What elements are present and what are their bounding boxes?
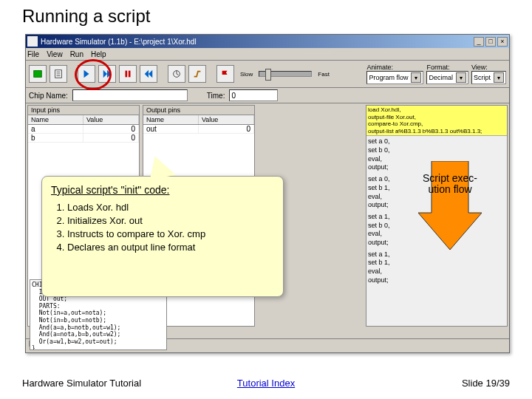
speed-fast-label: Fast (318, 71, 330, 78)
chip-name-label: Chip Name: (29, 92, 68, 100)
flow-arrow: Script exec- ution flow (418, 161, 482, 250)
tick-tock-button[interactable] (188, 65, 206, 83)
view-label: View: (471, 64, 506, 71)
callout-tail (146, 153, 177, 180)
time-input[interactable] (229, 89, 278, 101)
animate-combo[interactable]: Program flow▾ (366, 71, 423, 84)
table-row[interactable]: a0 (28, 125, 139, 134)
breakpoint-button[interactable] (216, 65, 234, 83)
col-name: Name (28, 115, 83, 124)
menu-run[interactable]: Run (70, 50, 83, 58)
callout-title: Typical script's "init" code: (51, 184, 274, 196)
col-value: Value (199, 115, 254, 124)
load-script-button[interactable] (50, 65, 67, 83)
format-combo[interactable]: Decimal▾ (426, 71, 468, 84)
slide-title: Running a script (22, 6, 150, 27)
svg-rect-3 (129, 71, 131, 78)
eval-button[interactable] (168, 65, 185, 83)
chevron-down-icon: ▾ (456, 72, 466, 83)
close-button[interactable]: × (497, 37, 508, 47)
callout-item: Instructs to compare to Xor. cmp (67, 228, 274, 239)
table-row[interactable]: b0 (28, 134, 139, 143)
output-pins-title: Output pins (143, 106, 254, 115)
footer-right: Slide 19/39 (462, 378, 510, 389)
animate-label: Animate: (366, 64, 423, 71)
script-block: set a 1, set b 1, eval, output; (368, 250, 505, 285)
chevron-down-icon: ▾ (411, 72, 421, 83)
input-pins-title: Input pins (28, 106, 139, 115)
chevron-down-icon: ▾ (494, 72, 504, 83)
script-header: load Xor.hdl, output-file Xor.out, compa… (366, 106, 507, 136)
callout-item: Initializes Xor. out (67, 215, 274, 226)
flow-arrow-text: Script exec- ution flow (418, 173, 482, 196)
callout-item: Loads Xor. hdl (67, 202, 274, 213)
pause-button[interactable] (119, 65, 137, 83)
menu-view[interactable]: View (47, 50, 63, 58)
load-chip-button[interactable] (29, 65, 47, 83)
time-label: Time: (207, 92, 225, 100)
callout-item: Declares an output line format (67, 242, 274, 253)
chip-bar: Chip Name: Time: (26, 88, 509, 103)
tutorial-index-link[interactable]: Tutorial Index (237, 378, 295, 389)
speed-slow-label: Slow (240, 71, 253, 78)
col-value: Value (83, 115, 139, 124)
highlight-circle (75, 59, 112, 90)
titlebar: Hardware Simulator (1.1b) - E:\project 1… (26, 35, 509, 48)
maximize-button[interactable]: □ (485, 37, 496, 47)
format-label: Format: (426, 64, 468, 71)
menubar: File View Run Help (26, 48, 509, 61)
speed-slider[interactable] (259, 71, 312, 77)
toolbar: Slow Fast Animate: Program flow▾ Format:… (26, 61, 509, 88)
chip-name-input[interactable] (72, 89, 188, 101)
svg-rect-2 (126, 71, 128, 78)
window-title: Hardware Simulator (1.1b) - E:\project 1… (41, 38, 197, 46)
svg-rect-0 (34, 71, 42, 78)
callout-box: Typical script's "init" code: Loads Xor.… (41, 176, 284, 297)
view-combo[interactable]: Script▾ (471, 71, 506, 84)
menu-file[interactable]: File (27, 50, 39, 58)
minimize-button[interactable]: _ (474, 37, 484, 47)
rewind-button[interactable] (140, 65, 157, 83)
menu-help[interactable]: Help (91, 50, 106, 58)
col-name: Name (143, 115, 199, 124)
app-icon (27, 36, 38, 47)
table-row[interactable]: out0 (143, 125, 254, 134)
